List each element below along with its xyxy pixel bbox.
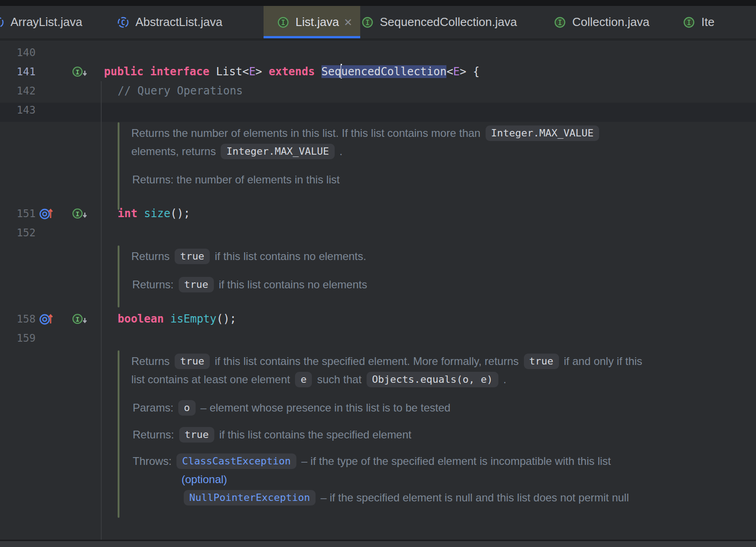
doc-code-link[interactable]: ClassCastException — [176, 453, 296, 469]
svg-text:C: C — [0, 18, 0, 26]
code-token: int — [118, 207, 144, 220]
code-token: boolean — [118, 313, 171, 325]
doc-line: Returns the number of elements in this l… — [131, 124, 604, 142]
code-line[interactable]: int size(); — [118, 204, 190, 223]
line-number: 142 — [0, 81, 36, 100]
ide-window: CArrayList.java CAbstractList.java IList… — [0, 0, 756, 547]
svg-text:I: I — [365, 18, 369, 26]
implementations-gutter-icon[interactable]: I — [71, 312, 89, 326]
doc-code-chip: Integer.MAX_VALUE — [486, 125, 599, 141]
code-token: // Query Operations — [118, 84, 243, 97]
doc-line: list contains at least one elementesuch … — [131, 370, 506, 389]
tab-arraylist-java[interactable]: CArrayList.java — [0, 6, 96, 38]
doc-line: (optional) — [181, 470, 227, 489]
svg-text:I: I — [76, 68, 79, 76]
class-icon: C — [117, 16, 129, 29]
doc-code-chip: e — [295, 372, 312, 387]
code-token: uencedCollection — [341, 65, 446, 78]
doc-text: if this list contains the specified elem… — [219, 428, 412, 441]
doc-code-chip: true — [175, 249, 210, 264]
doc-code-chip: Objects.equals(o, e) — [367, 372, 498, 387]
tab-sequencedcollection-java[interactable]: ISequencedCollection.java — [347, 6, 524, 38]
code-token: < — [446, 65, 453, 78]
doc-block-border — [118, 350, 119, 518]
doc-line: elements, returnsInteger.MAX_VALUE. — [131, 142, 342, 161]
line-number: 158 — [0, 309, 36, 328]
code-token: public interface — [104, 65, 216, 78]
doc-link[interactable]: (optional) — [181, 473, 227, 485]
code-token: (); — [217, 313, 236, 325]
svg-text:I: I — [558, 18, 562, 26]
code-token: List — [216, 65, 243, 78]
doc-code-chip: true — [179, 277, 214, 292]
overrides-gutter-icon[interactable] — [38, 312, 57, 326]
doc-line: Returns: the number of elements in this … — [132, 171, 340, 189]
doc-text: . — [503, 373, 507, 386]
caret-line-highlight — [0, 103, 756, 122]
doc-text: if this list contains the specified elem… — [215, 355, 519, 367]
doc-text: if and only if this — [564, 355, 642, 367]
code-editor[interactable]: 140141 I 142143151 I 152158 I 159public … — [0, 41, 756, 540]
doc-code-chip: Integer.MAX_VALUE — [221, 144, 334, 159]
doc-code-chip: o — [178, 400, 195, 416]
tab-list-java[interactable]: IList.java✕ — [264, 6, 360, 38]
code-line[interactable]: public interface List<E> extends Sequenc… — [104, 62, 480, 81]
code-token: > — [255, 65, 269, 78]
code-token: size — [144, 207, 171, 220]
tab-ite[interactable]: IIte — [668, 6, 756, 38]
svg-text:I: I — [76, 210, 79, 218]
doc-code-chip: true — [175, 354, 210, 369]
doc-block-border — [118, 245, 119, 307]
svg-text:I: I — [281, 18, 285, 26]
tab-abstractlist-java[interactable]: CAbstractList.java — [112, 6, 244, 38]
svg-text:I: I — [687, 18, 691, 26]
interface-icon: I — [683, 16, 695, 29]
code-line[interactable]: // Query Operations — [118, 81, 243, 100]
code-token: (); — [171, 207, 190, 220]
tab-label: AbstractList.java — [135, 15, 223, 29]
code-token: isEmpty — [171, 313, 217, 325]
doc-line: Throws:ClassCastException– if the type o… — [133, 452, 611, 470]
doc-text: Returns the number of elements in this l… — [131, 127, 481, 139]
tab-label: Ite — [701, 15, 715, 29]
code-token: < — [242, 65, 249, 78]
doc-line: Returnstrueif this list contains no elem… — [131, 247, 366, 266]
doc-text: if this list contains no elements. — [215, 250, 366, 262]
overrides-gutter-icon[interactable] — [38, 207, 57, 220]
doc-text: Throws: — [133, 455, 171, 467]
code-token: Seq — [321, 65, 341, 78]
interface-icon: I — [277, 16, 290, 29]
doc-text: – if the specified element is null and t… — [321, 491, 629, 504]
line-number: 152 — [0, 223, 36, 242]
tab-collection-java[interactable]: ICollection.java — [539, 6, 662, 38]
code-token: E — [453, 65, 460, 78]
doc-line: Returns:trueif this list contains the sp… — [133, 426, 411, 444]
status-panel-edge — [0, 541, 756, 547]
code-line[interactable]: boolean isEmpty(); — [118, 309, 236, 328]
doc-text: Returns: — [133, 428, 174, 441]
window-top-strip — [0, 0, 756, 6]
interface-icon: I — [361, 16, 374, 29]
doc-text: . — [340, 145, 343, 157]
line-number: 140 — [0, 43, 36, 62]
code-token: { — [466, 65, 480, 78]
doc-line: Returnstrueif this list contains the spe… — [131, 352, 642, 370]
doc-text: Params: — [133, 401, 173, 414]
doc-code-chip: true — [524, 354, 559, 369]
doc-text: if this list contains no elements — [219, 278, 368, 291]
code-token: > — [460, 65, 466, 78]
line-number: 143 — [0, 100, 36, 120]
implementations-gutter-icon[interactable]: I — [71, 207, 89, 220]
line-number: 151 — [0, 204, 36, 223]
doc-code-chip: true — [179, 427, 214, 443]
doc-text: Returns: the number of elements in this … — [132, 173, 340, 186]
svg-text:I: I — [76, 316, 79, 323]
doc-line: Params:o– element whose presence in this… — [133, 399, 450, 417]
code-token: E — [249, 65, 255, 78]
code-token: extends — [269, 65, 321, 78]
implementations-gutter-icon[interactable]: I — [71, 65, 89, 78]
doc-code-link[interactable]: NullPointerException — [184, 490, 316, 505]
editor-tab-bar: CArrayList.java CAbstractList.java IList… — [0, 6, 756, 38]
line-number: 141 — [0, 62, 36, 81]
interface-icon: I — [554, 16, 566, 29]
